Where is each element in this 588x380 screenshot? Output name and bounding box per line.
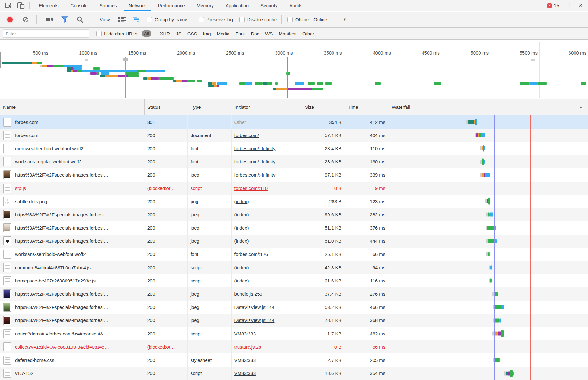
table-row[interactable]: forbes.com200documentforbes.com/57.1 KB4… xyxy=(0,129,588,142)
initiator-link[interactable]: trustarc.js:28 xyxy=(234,344,261,350)
initiator-link[interactable]: forbes.com/:110 xyxy=(234,186,268,191)
tab-sources[interactable]: Sources xyxy=(94,0,123,11)
more-options-icon[interactable]: ⋮ xyxy=(567,3,573,8)
initiator-link[interactable]: forbes.com/:-Infinity xyxy=(234,172,276,177)
filter-icon[interactable] xyxy=(61,16,68,23)
status-cell: 200 xyxy=(144,221,188,235)
waterfall-cell xyxy=(389,353,588,367)
tab-application[interactable]: Application xyxy=(220,0,255,11)
filter-type-img[interactable]: Img xyxy=(203,31,211,36)
request-table-body: forbes.com301Other354 B412 msforbes.com2… xyxy=(0,115,588,380)
table-row[interactable]: v1.7-152200scriptVM83:33318.6 KB354 ms xyxy=(0,367,588,380)
tab-network[interactable]: Network xyxy=(123,0,152,11)
table-row[interactable]: sfp.js(blocked:ot…scriptforbes.com/:1100… xyxy=(0,182,588,195)
search-icon[interactable] xyxy=(76,16,84,23)
network-overview-timeline[interactable]: 500 ms1000 ms1500 ms2000 ms2500 ms3000 m… xyxy=(0,40,588,98)
overview-tick-label: 1000 ms xyxy=(63,50,97,55)
tab-memory[interactable]: Memory xyxy=(191,0,220,11)
initiator-link[interactable]: (index) xyxy=(234,225,249,230)
chevron-down-icon[interactable]: ▼ xyxy=(343,18,347,21)
hide-data-urls-checkbox[interactable] xyxy=(96,31,102,36)
overview-tick-label: 5000 ms xyxy=(454,50,489,55)
initiator-link[interactable]: forbes.com/:-Infinity xyxy=(234,146,276,151)
filter-type-js[interactable]: JS xyxy=(176,31,181,36)
table-row[interactable]: homepage-be407c263809517a293e.js200scrip… xyxy=(0,274,588,287)
table-row[interactable]: https%3A%2F%2Fspecials-images.forbesi…20… xyxy=(0,301,588,314)
disable-cache-label: Disable cache xyxy=(247,17,277,22)
filter-type-all[interactable]: All xyxy=(142,30,152,37)
table-row[interactable]: forbes.com301Other354 B412 ms xyxy=(0,115,588,129)
filter-type-doc[interactable]: Doc xyxy=(251,31,259,36)
overview-bar xyxy=(208,85,214,87)
inspect-element-icon[interactable] xyxy=(5,2,13,9)
table-row[interactable]: https%3A%2F%2Fspecials-images.forbesi…20… xyxy=(0,235,588,248)
column-header-status[interactable]: Status xyxy=(144,99,188,115)
size-cell: 25.1 KB xyxy=(302,248,345,261)
table-row[interactable]: https%3A%2F%2Fspecials-images.forbesi…20… xyxy=(0,314,588,327)
column-header-time[interactable]: Time xyxy=(345,99,389,115)
tab-elements[interactable]: Elements xyxy=(33,0,65,11)
initiator-link[interactable]: (index) xyxy=(234,212,249,217)
tab-security[interactable]: Security xyxy=(255,0,283,11)
table-row[interactable]: notice?domain=forbes.com&c=teconsent&…20… xyxy=(0,327,588,340)
initiator-link[interactable]: (index) xyxy=(234,199,249,204)
filter-type-other[interactable]: Other xyxy=(302,31,314,36)
column-header-type[interactable]: Type xyxy=(188,99,232,115)
column-header-name[interactable]: Name xyxy=(0,99,144,115)
filter-type-font[interactable]: Font xyxy=(235,31,245,36)
table-row[interactable]: https%3A%2F%2Fspecials-images.forbesi…20… xyxy=(0,287,588,300)
console-error-badge[interactable]: ✕ 15 xyxy=(547,3,559,8)
initiator-link[interactable]: forbes.com/:-Infinity xyxy=(234,159,276,164)
table-row[interactable]: subtle-dots.png200png(index)283 B123 ms xyxy=(0,195,588,208)
table-row[interactable]: https%3A%2F%2Fspecials-images.forbesi…20… xyxy=(0,221,588,235)
filter-type-xhr[interactable]: XHR xyxy=(160,31,170,36)
preserve-log-checkbox[interactable] xyxy=(199,17,204,22)
table-row[interactable]: worksans-regular-webfont.woff2200fontfor… xyxy=(0,155,588,168)
initiator-link[interactable]: VM83:333 xyxy=(234,371,256,376)
offline-checkbox[interactable] xyxy=(287,17,293,22)
tab-console[interactable]: Console xyxy=(65,0,94,11)
initiator-link[interactable]: DataVizView.js:144 xyxy=(234,304,275,310)
large-request-rows-icon[interactable] xyxy=(118,16,126,23)
table-row[interactable]: deferred-home.css200stylesheetVM83:3332.… xyxy=(0,353,588,367)
waterfall-bar-segment xyxy=(507,371,510,375)
type-cell: script xyxy=(188,182,232,195)
initiator-link[interactable]: forbes.com/:176 xyxy=(234,251,268,257)
column-header-waterfall[interactable]: Waterfall xyxy=(389,99,588,115)
filter-type-css[interactable]: CSS xyxy=(187,31,197,36)
table-row[interactable]: https%3A%2F%2Fspecials-images.forbesi…20… xyxy=(0,208,588,221)
initiator-link[interactable]: forbes.com/ xyxy=(234,133,259,138)
divider xyxy=(92,15,92,24)
column-header-initiator[interactable]: Initiator xyxy=(232,99,302,115)
table-row[interactable]: collect?v=1&tid=UA-5883199-3&cid=0&t=e…(… xyxy=(0,340,588,353)
capture-screenshots-icon[interactable] xyxy=(46,16,53,23)
tab-performance[interactable]: Performance xyxy=(152,0,191,11)
overview-bar xyxy=(325,82,332,85)
initiator-link[interactable]: bundle.js:250 xyxy=(234,291,262,297)
initiator-link[interactable]: DataVizView.js:144 xyxy=(234,318,275,323)
filter-type-ws[interactable]: WS xyxy=(265,31,273,36)
filter-input[interactable] xyxy=(3,29,89,38)
initiator-link[interactable]: VM83:333 xyxy=(234,357,256,363)
initiator-link[interactable]: (index) xyxy=(234,278,249,283)
record-network-log-icon[interactable] xyxy=(7,17,13,22)
disable-cache-checkbox[interactable] xyxy=(239,17,245,22)
group-by-frame-checkbox[interactable] xyxy=(147,17,152,22)
close-devtools-icon[interactable]: ✕ xyxy=(579,2,583,9)
table-row[interactable]: common-84dbc44c897b0ca7abc4.js200script(… xyxy=(0,261,588,274)
table-row[interactable]: merriweather-bold-webfont.woff2200fontfo… xyxy=(0,142,588,155)
show-overview-icon[interactable] xyxy=(133,16,140,23)
table-row[interactable]: worksans-semibold-webfont.woff2200fontfo… xyxy=(0,248,588,261)
device-toolbar-icon[interactable] xyxy=(17,2,25,9)
overview-bar xyxy=(101,72,109,75)
tab-audits[interactable]: Audits xyxy=(283,0,308,11)
initiator-link[interactable]: (index) xyxy=(234,238,249,244)
column-header-size[interactable]: Size xyxy=(302,99,345,115)
table-row[interactable]: https%3A%2F%2Fspecials-images.forbesi…20… xyxy=(0,168,588,182)
initiator-link[interactable]: (index) xyxy=(234,265,249,270)
clear-network-log-icon[interactable] xyxy=(23,17,28,22)
throttling-select-value[interactable]: Online xyxy=(313,17,327,22)
filter-type-media[interactable]: Media xyxy=(217,31,230,36)
initiator-link[interactable]: VM83:333 xyxy=(234,331,256,336)
filter-type-manifest[interactable]: Manifest xyxy=(279,31,297,36)
